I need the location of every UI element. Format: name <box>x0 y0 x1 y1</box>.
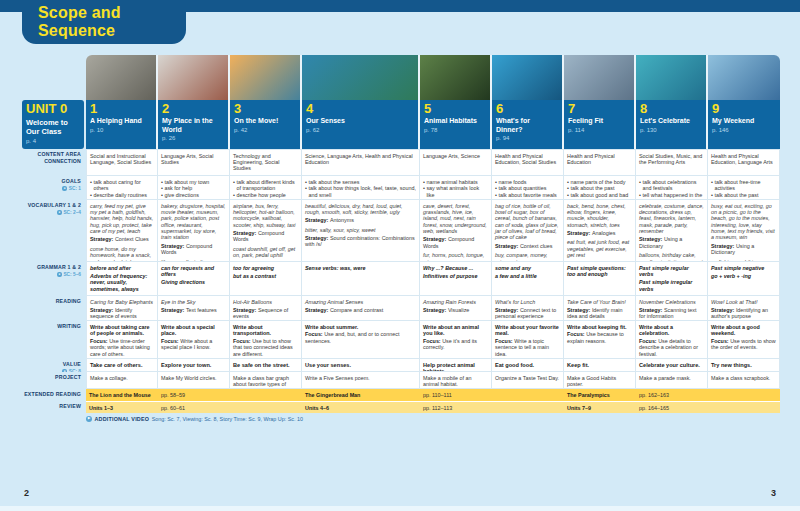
goal-item: •talk about how things look, feel, taste… <box>305 185 416 198</box>
unit-3-writing-cell: Write about transportation.Focus: Use bu… <box>230 321 302 359</box>
unit-3-title: On the Move! <box>234 117 296 125</box>
unit-7-goals-cell: •name parts of the body•talk about the p… <box>564 176 636 200</box>
writing-title: Write about a special place. <box>161 324 226 337</box>
unit-5-photo <box>420 55 492 100</box>
strategy-label: Strategy: <box>639 236 664 242</box>
strategy-line: Strategy: Identifying an author's purpos… <box>711 307 776 320</box>
vocabulary-words: beautiful, delicious, dry, hard, loud, q… <box>305 203 416 216</box>
unit-2-goals-cell: •talk about my town•ask for help•give di… <box>158 176 230 200</box>
bullet-glyph: • <box>423 185 425 198</box>
unit-8-page: p. 130 <box>640 127 702 133</box>
unit-9-reading-cell: Wow! Look at That!Strategy: Identifying … <box>708 296 780 321</box>
bullet-glyph: • <box>495 192 497 198</box>
goal-item: •name animal habitats <box>423 179 488 185</box>
row-label-text: REVIEW <box>59 403 81 410</box>
grammar-item: Past simple questions: too and enough <box>567 265 632 278</box>
strategy-label: Strategy: <box>567 230 592 236</box>
strategy-label: Focus: <box>161 338 180 344</box>
sc-badge-text: SC: 1 <box>69 186 81 191</box>
unit-8-title: Let's Celebrate <box>640 117 702 125</box>
bullet-glyph: • <box>233 179 235 192</box>
unit-6-review-cell <box>492 401 564 413</box>
grammar-item: Past simple irregular verbs <box>639 279 704 292</box>
unit-8-photo <box>636 55 708 100</box>
writing-title: Write about taking care of people or ani… <box>90 324 154 337</box>
unit-9-number: 9 <box>712 102 776 116</box>
bullet-glyph: • <box>90 179 92 192</box>
row-label-goals: GOALS●SC: 1 <box>22 176 86 200</box>
goal-text: talk about quantities <box>498 185 546 191</box>
goal-item: •describe daily routines <box>90 192 154 198</box>
unit-1-vocabulary-cell: carry, feed my pet, give my pet a bath, … <box>86 200 158 262</box>
value-text: Try new things. <box>711 362 776 369</box>
bullet-glyph: • <box>305 185 307 198</box>
unit-4-content-area-cell: Science, Language Arts, Health and Physi… <box>302 149 420 176</box>
writing-title: Write about an animal you like. <box>423 324 488 337</box>
review-text: pp. 164–165 <box>639 405 669 411</box>
extended-reading-text: The Paralympics <box>567 392 610 398</box>
strategy-label: Strategy: <box>711 243 736 249</box>
unit-0-number: UNIT 0 <box>26 102 80 116</box>
goal-item: •describe how people travel <box>233 192 298 200</box>
row-label-grammar-1-2: GRAMMAR 1 & 2●SC: 5–6 <box>22 262 86 296</box>
vocabulary-words: balloons, birthday cake, candles, invita… <box>639 252 704 262</box>
strategy-line: Focus: Write a topic sentence to tell a … <box>495 338 560 357</box>
unit-8-goals-cell: •talk about celebrations and festivals•t… <box>636 176 708 200</box>
unit-7-title: Feeling Fit <box>568 117 630 125</box>
unit-1-number: 1 <box>90 102 152 116</box>
strategy-line: Strategy: Using a Dictionary <box>711 243 776 256</box>
strategy-line: Focus: Use and, but, and or to connect s… <box>305 331 416 344</box>
unit-7-project-cell: Make a Good Habits poster. <box>564 372 636 389</box>
unit-7-number: 7 <box>568 102 630 116</box>
value-text: Take care of others. <box>90 362 154 369</box>
vocabulary-words: eat fruit, eat junk food, eat vegetables… <box>567 239 632 258</box>
grammar-item: Past simple regular verbs <box>639 265 704 278</box>
grammar-item: but as a contrast <box>233 273 298 279</box>
strategy-label: Focus: <box>567 331 586 337</box>
row-label-text: VALUE <box>63 361 81 368</box>
unit-2-reading-cell: Eye in the SkyStrategy: Text features <box>158 296 230 321</box>
strategy-label: Strategy: <box>90 307 115 313</box>
unit-3-number: 3 <box>234 102 296 116</box>
bullet-glyph: • <box>161 179 163 185</box>
row-label-project: PROJECT <box>22 372 86 389</box>
strategy-line: Focus: Use because to explain reasons. <box>567 331 632 344</box>
goal-item: •talk about the senses <box>305 179 416 185</box>
unit-5-header: 5Animal Habitatsp. 78 <box>420 100 492 149</box>
writing-title: Write about transportation. <box>233 324 298 337</box>
row-label-text: EXTENDED READING <box>24 391 81 398</box>
reading-title: Take Care of Your Brain! <box>567 299 632 305</box>
goal-item: •talk about celebrations and festivals <box>639 179 704 192</box>
grammar-item: Giving directions <box>161 279 226 285</box>
unit-1-content-area-cell: Social and Instructional Language, Socia… <box>86 149 158 176</box>
unit-6-vocabulary-cell: bag of rice, bottle of oil, bowl of suga… <box>492 200 564 262</box>
unit-8-vocabulary-cell: celebrate, costume, dance, decorations, … <box>636 200 708 262</box>
goal-text: talk about good and bad habits <box>570 192 632 200</box>
grammar-item: Infinitives of purpose <box>423 273 488 279</box>
unit-8-reading-cell: November CelebrationsStrategy: Scanning … <box>636 296 708 321</box>
unit-3-goals-cell: •talk about different kinds of transport… <box>230 176 302 200</box>
strategy-label: Focus: <box>305 331 324 337</box>
strategy-line: Strategy: Compound Words <box>423 236 488 249</box>
vocabulary-words: fur, horns, pouch, tongue, wings <box>423 252 488 262</box>
review-text: Units 7–9 <box>567 405 591 411</box>
unit-4-extended-reading-cell: The Gingerbread Man <box>302 389 420 401</box>
unit-9-title: My Weekend <box>712 117 776 125</box>
goal-text: name animal habitats <box>426 179 477 185</box>
strategy-label: Strategy: <box>495 243 520 249</box>
strategy-line: Strategy: Visualize <box>423 307 488 313</box>
unit-1-header: 1A Helping Handp. 10 <box>86 100 158 149</box>
unit-1-review-cell: Units 1–3 <box>86 401 158 413</box>
unit-9-photo <box>708 55 780 100</box>
unit-9-header: 9My Weekendp. 146 <box>708 100 780 149</box>
unit-7-page: p. 114 <box>568 127 630 133</box>
grammar-item: before and after <box>90 265 154 271</box>
strategy-line: Strategy: Identify sequence of events <box>90 307 154 320</box>
unit-3-review-cell <box>230 401 302 413</box>
unit-3-project-cell: Make a class bar graph about favorite ty… <box>230 372 302 389</box>
strategy-label: Strategy: <box>161 307 186 313</box>
unit-6-number: 6 <box>496 102 558 116</box>
value-text: Keep fit. <box>567 362 632 369</box>
unit-1-goals-cell: •talk about caring for others•describe d… <box>86 176 158 200</box>
vocabulary-words: airplane, bus, ferry, helicopter, hot-ai… <box>233 203 298 229</box>
